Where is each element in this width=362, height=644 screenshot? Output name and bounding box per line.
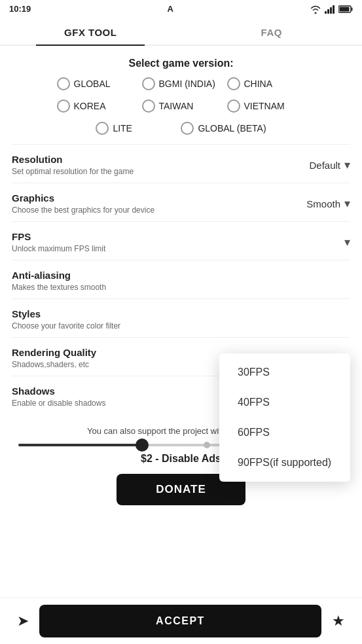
radio-global-beta[interactable]: GLOBAL (BETA) (181, 122, 266, 135)
fps-option-90[interactable]: 90FPS(if supported) (219, 448, 350, 478)
resolution-dropdown[interactable]: Default ▾ (309, 158, 350, 172)
antialiasing-desc: Makes the textures smooth (12, 283, 106, 292)
radio-china[interactable]: CHINA (227, 77, 306, 90)
antialiasing-title: Anti-aliasing (12, 270, 350, 281)
radio-circle-korea (57, 99, 70, 113)
game-version-row2: KOREA TAIWAN VIETNAM (12, 99, 350, 113)
radio-circle-vietnam (227, 99, 240, 113)
antialiasing-row: Anti-aliasing Makes the textures smooth (12, 260, 350, 298)
resolution-label: Resolution Set optimal resolution for th… (12, 154, 309, 176)
radio-label-lite: LITE (113, 123, 132, 134)
status-icons (310, 5, 353, 14)
radio-label-global: GLOBAL (74, 79, 111, 89)
graphics-value: Smooth (306, 198, 340, 209)
antialiasing-label: Anti-aliasing Makes the textures smooth (12, 270, 350, 292)
time-display: 10:19 (9, 4, 31, 14)
send-button[interactable]: ➤ (13, 609, 33, 634)
radio-circle-taiwan (142, 99, 155, 113)
game-version-title: Select game version: (12, 58, 350, 69)
styles-label: Styles Choose your favorite color filter (12, 308, 350, 331)
star-button[interactable]: ★ (328, 609, 349, 634)
signal-icon (325, 5, 335, 14)
status-bar: 10:19 A (0, 0, 362, 18)
accept-button[interactable]: ACCEPT (39, 605, 321, 637)
fps-desc: Unlock maximum FPS limit (12, 244, 105, 253)
radio-taiwan[interactable]: TAIWAN (142, 99, 221, 113)
styles-desc: Choose your favorite color filter (12, 321, 120, 331)
battery-icon (338, 5, 353, 13)
svg-rect-3 (333, 5, 335, 14)
fps-option-60[interactable]: 60FPS (219, 418, 350, 448)
game-version-row3: LITE GLOBAL (BETA) (12, 122, 350, 135)
resolution-row: Resolution Set optimal resolution for th… (12, 144, 350, 183)
radio-circle-global (57, 77, 70, 90)
shadows-desc: Enable or disable shadows (12, 399, 105, 408)
radio-label-china: CHINA (244, 79, 273, 89)
radio-circle-lite (96, 122, 109, 135)
radio-label-korea: KOREA (74, 101, 106, 111)
radio-lite[interactable]: LITE (96, 122, 174, 135)
tab-faq[interactable]: FAQ (181, 18, 363, 45)
radio-circle-bgmi (142, 77, 155, 90)
chevron-down-icon-graphics: ▾ (344, 196, 350, 211)
rendering-quality-desc: Shadows,shaders, etc (12, 360, 89, 369)
slider-dot1 (204, 442, 210, 448)
tab-bar: GFX TOOL FAQ (0, 18, 362, 46)
fps-option-30[interactable]: 30FPS (219, 357, 350, 387)
fps-dropdown-btn[interactable]: ▾ (344, 235, 350, 249)
chevron-down-icon: ▾ (344, 158, 350, 172)
radio-circle-global-beta (181, 122, 194, 135)
wifi-icon (310, 5, 321, 14)
chevron-down-icon-fps: ▾ (344, 235, 350, 249)
graphics-row: Graphics Choose the best graphics for yo… (12, 183, 350, 221)
styles-title: Styles (12, 308, 350, 319)
graphics-title: Graphics (12, 192, 306, 204)
graphics-label: Graphics Choose the best graphics for yo… (12, 192, 306, 215)
radio-label-bgmi: BGMI (INDIA) (159, 79, 215, 89)
radio-label-taiwan: TAIWAN (159, 101, 194, 111)
svg-rect-2 (330, 7, 332, 14)
svg-rect-5 (339, 7, 349, 11)
slider-thumb[interactable] (136, 438, 149, 452)
tab-gfx-tool[interactable]: GFX TOOL (0, 18, 181, 45)
radio-vietnam[interactable]: VIETNAM (227, 99, 306, 113)
fps-dropdown-popup: 30FPS 40FPS 60FPS 90FPS(if supported) (219, 353, 350, 482)
svg-rect-1 (327, 9, 329, 14)
resolution-desc: Set optimal resolution for the game (12, 167, 134, 176)
graphics-dropdown[interactable]: Smooth ▾ (306, 196, 350, 211)
resolution-value: Default (309, 160, 340, 171)
graphics-desc: Choose the best graphics for your device (12, 206, 154, 215)
fps-title: FPS (12, 231, 344, 242)
slider-fill (18, 444, 142, 446)
styles-row: Styles Choose your favorite color filter (12, 298, 350, 337)
resolution-title: Resolution (12, 154, 309, 165)
a-icon: A (167, 4, 173, 14)
radio-label-global-beta: GLOBAL (BETA) (198, 123, 266, 134)
radio-global[interactable]: GLOBAL (57, 77, 136, 90)
radio-label-vietnam: VIETNAM (244, 101, 285, 111)
fps-row: FPS Unlock maximum FPS limit ▾ (12, 221, 350, 260)
fps-option-40[interactable]: 40FPS (219, 387, 350, 418)
radio-bgmi[interactable]: BGMI (INDIA) (142, 77, 221, 90)
bottom-bar: ➤ ACCEPT ★ (0, 598, 362, 644)
svg-rect-6 (351, 7, 352, 10)
game-version-options: GLOBAL BGMI (INDIA) CHINA (12, 77, 350, 90)
svg-rect-0 (325, 11, 327, 14)
radio-circle-china (227, 77, 240, 90)
radio-korea[interactable]: KOREA (57, 99, 136, 113)
fps-label: FPS Unlock maximum FPS limit (12, 231, 344, 253)
